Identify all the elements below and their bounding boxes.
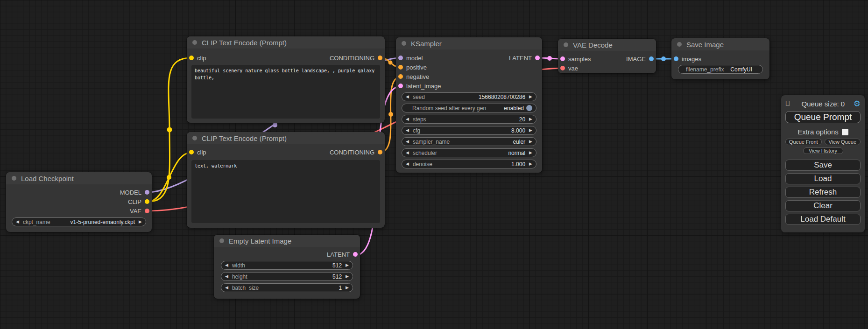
stepper-right-icon[interactable]: ▶	[529, 128, 532, 133]
sampler-name-widget[interactable]: ◀ sampler_name euler ▶	[402, 137, 536, 146]
input-port-clip[interactable]	[189, 150, 194, 154]
widget-value: normal	[508, 150, 525, 156]
node-header[interactable]: Save Image	[671, 38, 769, 50]
stepper-right-icon[interactable]: ▶	[529, 95, 532, 99]
output-port-conditioning[interactable]	[378, 150, 382, 154]
seed-widget[interactable]: ◀ seed 156680208700286 ▶	[402, 92, 536, 101]
stepper-right-icon[interactable]: ▶	[529, 151, 532, 155]
input-port-positive[interactable]	[398, 65, 403, 70]
output-port-latent[interactable]	[353, 252, 358, 257]
widget-label: batch_size	[232, 285, 259, 291]
node-title: Save Image	[686, 41, 724, 49]
node-header[interactable]: KSampler	[396, 37, 542, 49]
collapse-dot-icon[interactable]	[192, 136, 197, 140]
stepper-left-icon[interactable]: ◀	[16, 220, 19, 224]
steps-widget[interactable]: ◀ steps 20 ▶	[402, 115, 536, 124]
node-header[interactable]: CLIP Text Encode (Prompt)	[187, 132, 385, 144]
link-midpoint-dot	[167, 127, 172, 133]
height-widget[interactable]: ◀ height 512 ▶	[221, 272, 353, 281]
node-clip-text-encode-positive: CLIP Text Encode (Prompt) clip CONDITION…	[187, 36, 385, 123]
collapse-dot-icon[interactable]	[219, 238, 224, 243]
output-port-conditioning[interactable]	[378, 56, 382, 60]
stepper-left-icon[interactable]: ◀	[406, 140, 409, 144]
stepper-right-icon[interactable]: ▶	[529, 140, 532, 144]
widget-value: 20	[519, 116, 525, 123]
load-button[interactable]: Load	[785, 173, 861, 184]
drag-handle-icon[interactable]: ⨿	[785, 100, 793, 108]
node-title: KSampler	[411, 40, 442, 48]
stepper-left-icon[interactable]: ◀	[225, 263, 228, 267]
input-port-negative[interactable]	[398, 74, 403, 79]
collapse-dot-icon[interactable]	[677, 42, 682, 47]
stepper-left-icon[interactable]: ◀	[406, 117, 409, 121]
link-midpoint-dot	[167, 175, 171, 180]
view-queue-button[interactable]: View Queue	[825, 139, 861, 145]
link-midpoint-dot	[547, 56, 552, 61]
gear-icon[interactable]: ⚙	[854, 100, 861, 108]
node-ksampler: KSampler model LATENT positive negative …	[396, 37, 542, 173]
scheduler-widget[interactable]: ◀ scheduler normal ▶	[402, 148, 536, 157]
link-midpoint-dot	[273, 123, 277, 127]
node-title: VAE Decode	[573, 41, 613, 49]
extra-options-checkbox[interactable]	[842, 129, 848, 135]
prompt-textarea[interactable]: beautiful scenery nature glass bottle la…	[191, 65, 380, 119]
stepper-left-icon[interactable]: ◀	[406, 128, 409, 133]
node-title: CLIP Text Encode (Prompt)	[202, 134, 287, 142]
stepper-right-icon[interactable]: ▶	[529, 162, 532, 166]
node-save-image: Save Image images filename_prefix ComfyU…	[671, 38, 769, 79]
save-button[interactable]: Save	[785, 160, 861, 171]
input-port-images[interactable]	[674, 56, 678, 61]
stepper-left-icon[interactable]: ◀	[406, 162, 409, 166]
filename-prefix-widget[interactable]: filename_prefix ComfyUI	[678, 65, 763, 74]
toggle-dot-icon[interactable]	[526, 105, 532, 111]
stepper-left-icon[interactable]: ◀	[225, 274, 228, 279]
widget-label: cfg	[413, 127, 420, 134]
stepper-right-icon[interactable]: ▶	[346, 263, 349, 267]
clear-button[interactable]: Clear	[785, 200, 861, 211]
refresh-button[interactable]: Refresh	[785, 187, 861, 198]
input-label-latent-image: latent_image	[406, 83, 441, 90]
output-port-model[interactable]	[145, 190, 149, 195]
node-header[interactable]: Load Checkpoint	[6, 172, 152, 184]
batch-size-widget[interactable]: ◀ batch_size 1 ▶	[221, 283, 353, 292]
node-empty-latent-image: Empty Latent Image LATENT ◀ width 512 ▶ …	[214, 235, 360, 299]
queue-front-button[interactable]: Queue Front	[785, 139, 822, 145]
node-vae-decode: VAE Decode samples IMAGE vae	[558, 39, 656, 73]
random-seed-toggle-widget[interactable]: Random seed after every gen enabled	[402, 104, 536, 112]
node-header[interactable]: CLIP Text Encode (Prompt)	[187, 36, 385, 49]
widget-label: sampler_name	[413, 139, 450, 145]
input-port-samples[interactable]	[560, 56, 565, 61]
collapse-dot-icon[interactable]	[192, 40, 197, 45]
node-graph-canvas[interactable]: Load Checkpoint MODEL CLIP VAE ◀ ckpt_na…	[0, 0, 868, 329]
output-port-clip[interactable]	[145, 199, 149, 204]
input-port-clip[interactable]	[189, 56, 194, 60]
queue-panel: ⨿ Queue size: 0 ⚙ Queue Prompt Extra opt…	[781, 95, 865, 232]
cfg-widget[interactable]: ◀ cfg 8.000 ▶	[402, 126, 536, 135]
stepper-left-icon[interactable]: ◀	[406, 95, 409, 99]
collapse-dot-icon[interactable]	[12, 176, 16, 181]
output-port-image[interactable]	[649, 56, 654, 61]
input-port-latent-image[interactable]	[398, 84, 403, 88]
input-port-vae[interactable]	[560, 66, 565, 70]
stepper-right-icon[interactable]: ▶	[529, 117, 532, 121]
collapse-dot-icon[interactable]	[402, 41, 406, 46]
stepper-left-icon[interactable]: ◀	[406, 151, 409, 155]
width-widget[interactable]: ◀ width 512 ▶	[221, 261, 353, 270]
collapse-dot-icon[interactable]	[564, 42, 568, 47]
node-header[interactable]: VAE Decode	[558, 39, 656, 51]
load-default-button[interactable]: Load Default	[785, 214, 861, 225]
output-port-latent[interactable]	[535, 56, 540, 60]
view-history-button[interactable]: View History	[803, 147, 843, 154]
input-port-model[interactable]	[398, 56, 403, 60]
output-port-vae[interactable]	[145, 209, 149, 213]
stepper-right-icon[interactable]: ▶	[139, 220, 142, 224]
prompt-textarea[interactable]: text, watermark	[191, 160, 380, 223]
denoise-widget[interactable]: ◀ denoise 1.000 ▶	[402, 160, 536, 168]
stepper-left-icon[interactable]: ◀	[225, 286, 228, 290]
stepper-right-icon[interactable]: ▶	[346, 286, 349, 290]
link-midpoint-dot	[388, 61, 393, 65]
ckpt-name-widget[interactable]: ◀ ckpt_name v1-5-pruned-emaonly.ckpt ▶	[12, 217, 146, 226]
queue-prompt-button[interactable]: Queue Prompt	[785, 111, 861, 123]
node-header[interactable]: Empty Latent Image	[214, 235, 360, 247]
stepper-right-icon[interactable]: ▶	[346, 274, 349, 279]
